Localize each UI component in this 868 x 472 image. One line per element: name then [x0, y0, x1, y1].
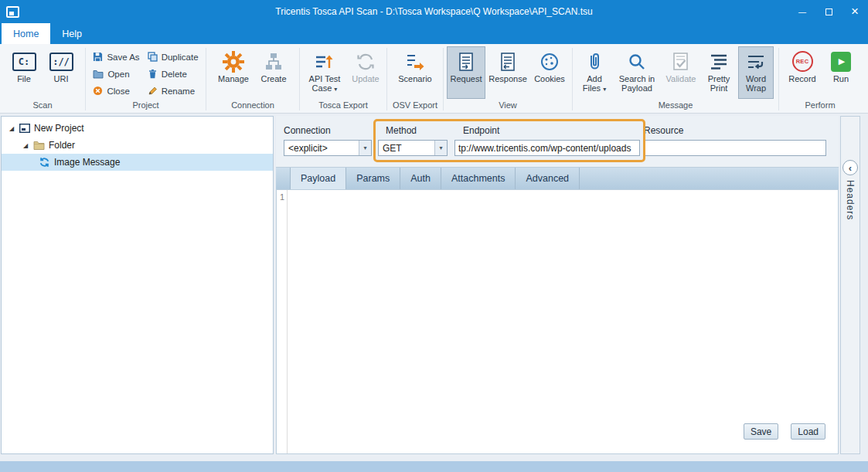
- close-button[interactable]: ×: [842, 0, 868, 23]
- app-logo-icon: [6, 6, 19, 18]
- word-wrap-label: Word Wrap: [742, 74, 770, 93]
- manage-connection-button[interactable]: Manage: [213, 46, 254, 99]
- headers-side-tab-label: Headers: [845, 180, 856, 220]
- tab-attachments[interactable]: Attachments: [441, 168, 516, 189]
- open-button[interactable]: Open: [90, 68, 141, 80]
- titlebar: Tricentis Tosca API Scan - D:\Tosca Work…: [0, 0, 868, 23]
- rename-label: Rename: [162, 87, 195, 96]
- cookies-view-button[interactable]: Cookies: [530, 46, 569, 99]
- tree-item-folder[interactable]: ◢ Folder: [2, 137, 273, 154]
- app-window: Tricentis Tosca API Scan - D:\Tosca Work…: [0, 0, 868, 472]
- resource-input[interactable]: [644, 140, 826, 156]
- scenario-icon: [405, 49, 425, 74]
- request-document-icon: [456, 49, 476, 74]
- close-project-button[interactable]: Close: [90, 85, 141, 97]
- ribbon-group-connection: Manage Create Connection: [206, 44, 299, 113]
- group-label-tosca-export: Tosca Export: [300, 100, 386, 113]
- file-button[interactable]: C: File: [6, 46, 42, 99]
- response-label: Response: [488, 74, 527, 83]
- api-test-case-button[interactable]: API Test Case ▾: [303, 46, 346, 99]
- network-create-icon: [264, 49, 284, 74]
- ribbon-group-tosca-export: API Test Case ▾ Update Tosca Export: [300, 44, 386, 113]
- scenario-label: Scenario: [398, 74, 431, 83]
- payload-editor[interactable]: 1 Save Load: [276, 189, 839, 454]
- cookie-icon: [540, 49, 560, 74]
- group-label-perform: Perform: [779, 100, 861, 113]
- group-label-view: View: [444, 100, 572, 113]
- duplicate-label: Duplicate: [162, 53, 199, 62]
- headers-side-tab[interactable]: ‹ Headers: [840, 116, 860, 454]
- line-number-gutter: 1: [277, 190, 288, 453]
- ribbon-group-perform: REC Record ▶ Run Perform: [779, 44, 861, 113]
- method-select[interactable]: GET ▾: [378, 140, 448, 156]
- group-label-scan: Scan: [0, 100, 85, 113]
- cookies-label: Cookies: [534, 74, 565, 83]
- record-button[interactable]: REC Record: [782, 46, 822, 99]
- pretty-print-label: Pretty Print: [703, 74, 734, 93]
- chevron-down-icon[interactable]: ▾: [434, 141, 447, 155]
- run-button[interactable]: ▶ Run: [824, 46, 858, 99]
- response-document-icon: [498, 49, 518, 74]
- tab-payload[interactable]: Payload: [290, 168, 346, 189]
- create-connection-button[interactable]: Create: [255, 46, 292, 99]
- ribbon-group-scan: C: File :// URI Scan: [0, 44, 85, 113]
- validate-label: Validate: [666, 74, 696, 83]
- endpoint-input[interactable]: [454, 140, 640, 156]
- rename-pencil-icon: [148, 86, 158, 96]
- search-in-payload-label: Search in Payload: [614, 74, 659, 93]
- tab-auth[interactable]: Auth: [400, 168, 441, 189]
- delete-label: Delete: [162, 70, 187, 79]
- search-icon: [627, 49, 647, 74]
- expander-icon[interactable]: ◢: [22, 142, 29, 149]
- duplicate-button[interactable]: Duplicate: [145, 51, 201, 63]
- save-as-label: Save As: [107, 53, 139, 62]
- collapse-chevron-icon[interactable]: ‹: [842, 160, 858, 175]
- rec-badge: REC: [796, 58, 809, 65]
- pretty-print-icon: [709, 49, 729, 74]
- search-in-payload-button[interactable]: Search in Payload: [613, 46, 661, 99]
- duplicate-icon: [148, 52, 158, 62]
- connection-select[interactable]: <explicit> ▾: [284, 140, 372, 156]
- tree-item-label: New Project: [34, 123, 84, 134]
- tree-item-new-project[interactable]: ◢ New Project: [2, 120, 273, 137]
- chevron-down-icon[interactable]: ▾: [359, 141, 371, 155]
- save-button[interactable]: Save: [744, 423, 778, 440]
- response-view-button[interactable]: Response: [487, 46, 529, 99]
- tree-item-image-message[interactable]: Image Message: [2, 154, 273, 171]
- open-folder-icon: [93, 70, 104, 79]
- add-files-button[interactable]: Add Files ▾: [577, 46, 611, 99]
- save-as-button[interactable]: Save As: [90, 51, 141, 63]
- scenario-button[interactable]: Scenario: [393, 46, 437, 99]
- open-label: Open: [107, 70, 129, 79]
- maximize-button[interactable]: [815, 0, 842, 23]
- delete-button[interactable]: Delete: [145, 68, 201, 80]
- api-test-case-label: API Test Case ▾: [305, 74, 345, 94]
- uri-button[interactable]: :// URI: [43, 46, 79, 99]
- record-label: Record: [788, 74, 815, 83]
- rename-button[interactable]: Rename: [145, 85, 201, 97]
- ribbon-group-view: Request Response Cookies View: [444, 44, 572, 113]
- tab-params[interactable]: Params: [346, 168, 400, 189]
- uri-button-label: URI: [54, 74, 69, 83]
- tab-home[interactable]: Home: [2, 23, 50, 44]
- tab-help[interactable]: Help: [50, 23, 94, 44]
- project-icon: [19, 124, 30, 133]
- tab-advanced[interactable]: Advanced: [516, 168, 580, 189]
- run-play-icon: ▶: [831, 49, 851, 74]
- pretty-print-button[interactable]: Pretty Print: [701, 46, 737, 99]
- run-label: Run: [833, 74, 849, 83]
- minimize-button[interactable]: —: [789, 0, 815, 23]
- word-wrap-button[interactable]: Word Wrap: [738, 46, 774, 99]
- project-tree-panel: ◢ New Project ◢ Folder Image Message: [1, 116, 274, 454]
- request-view-button[interactable]: Request: [447, 46, 485, 99]
- gear-icon: [222, 49, 245, 74]
- close-project-icon: [93, 86, 103, 96]
- main-area: ◢ New Project ◢ Folder Image Message Con…: [0, 114, 868, 461]
- expander-icon[interactable]: ◢: [8, 125, 15, 132]
- dropdown-caret-icon: ▾: [334, 86, 337, 93]
- paperclip-icon: [584, 49, 604, 74]
- tree-item-label: Image Message: [54, 157, 120, 168]
- load-button[interactable]: Load: [791, 423, 825, 440]
- ribbon-group-osv-export: Scenario OSV Export: [387, 44, 443, 113]
- save-icon: [93, 52, 103, 62]
